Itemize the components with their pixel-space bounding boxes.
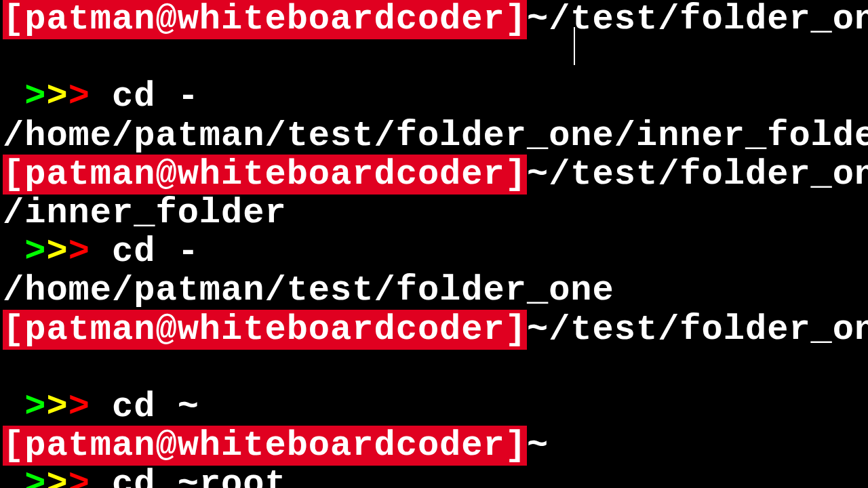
- prompt-path: ~/test/folder_one: [527, 155, 868, 195]
- text-cursor-icon: [574, 27, 575, 65]
- command-output: /home/patman/test/folder_one/inner_folde…: [3, 117, 865, 155]
- prompt-path: ~/test/folder_one: [527, 0, 868, 39]
- prompt-path: ~: [527, 426, 549, 466]
- prompt-user-host: [patman@whiteboardcoder]: [3, 155, 527, 195]
- prompt-chevrons: >>>: [3, 232, 112, 272]
- prompt-user-host: [patman@whiteboardcoder]: [3, 426, 527, 466]
- command-text: cd ~root: [112, 464, 287, 488]
- prompt-chevrons: >>>: [3, 77, 112, 117]
- terminal[interactable]: [patman@whiteboardcoder]~/test/folder_on…: [0, 0, 868, 488]
- prompt-chevrons: >>>: [3, 464, 112, 488]
- empty-line: [3, 39, 865, 77]
- prompt-user-host: [patman@whiteboardcoder]: [3, 310, 527, 350]
- command-text: cd -: [112, 77, 199, 117]
- prompt-chevrons: >>>: [3, 387, 112, 427]
- prompt-path-wrap: /inner_folder: [3, 194, 865, 232]
- prompt-user-host: [patman@whiteboardcoder]: [3, 0, 527, 39]
- command-text: cd ~: [112, 387, 199, 427]
- prompt-path: ~/test/folder_one: [527, 310, 868, 350]
- command-text: cd -: [112, 232, 199, 272]
- empty-line: [3, 349, 865, 388]
- command-output: /home/patman/test/folder_one: [3, 271, 865, 310]
